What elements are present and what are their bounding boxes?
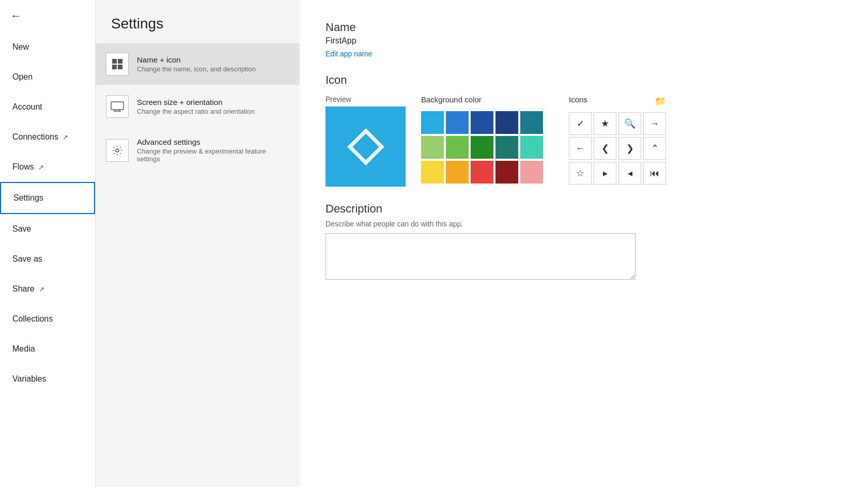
sidebar-item-save-as[interactable]: Save as [0, 244, 95, 274]
color-grid [421, 111, 543, 184]
svg-rect-3 [118, 65, 122, 69]
back-button[interactable]: ← [0, 0, 95, 32]
sidebar-item-label-open: Open [12, 72, 33, 82]
sidebar-item-open[interactable]: Open [0, 62, 95, 92]
icon-area: Preview Background color [326, 95, 842, 187]
bg-color-label: Background color [421, 95, 543, 104]
icon-cell-star-outline[interactable]: ☆ [569, 162, 592, 185]
color-swatch-11[interactable] [446, 161, 469, 184]
sidebar-item-share[interactable]: Share ↗ [0, 274, 95, 304]
icon-grid: ✓ ★ 🔍 → ← ❮ ❯ ⌃ ☆ ▸ ◂ ⏮ [569, 112, 666, 185]
icon-cell-next[interactable]: ▸ [594, 162, 616, 185]
sidebar-item-settings[interactable]: Settings [0, 182, 95, 214]
sidebar-item-label-media: Media [12, 344, 35, 354]
settings-menu-label-screen-size: Screen size + orientation [137, 98, 255, 106]
description-title: Description [326, 202, 842, 216]
svg-rect-1 [118, 59, 122, 64]
icon-cell-arrow-left2[interactable]: ← [569, 137, 592, 160]
sidebar-item-label-save: Save [12, 224, 31, 234]
app-icon-preview [326, 106, 406, 187]
sidebar-item-collections[interactable]: Collections [0, 304, 95, 334]
color-swatch-10[interactable] [421, 161, 444, 184]
sidebar-item-media[interactable]: Media [0, 334, 95, 364]
svg-rect-0 [112, 59, 117, 64]
icon-cell-star[interactable]: ★ [594, 112, 616, 135]
sidebar-item-label-variables: Variables [12, 374, 47, 384]
external-link-icon-connections: ↗ [63, 133, 68, 141]
settings-menu-icon-screen-size [106, 95, 129, 118]
settings-menu-icon-advanced [106, 139, 129, 162]
sidebar-item-label-share: Share [12, 284, 35, 294]
color-swatch-7[interactable] [471, 136, 493, 159]
diamond-icon [345, 126, 386, 168]
sidebar-item-new[interactable]: New [0, 32, 95, 62]
description-textarea[interactable] [326, 233, 636, 280]
settings-menu-icon-name-icon [106, 53, 129, 75]
icon-cell-check[interactable]: ✓ [569, 112, 592, 135]
icon-cell-search[interactable]: 🔍 [618, 112, 641, 135]
edit-app-name-link[interactable]: Edit app name [326, 50, 842, 58]
settings-menu-label-advanced: Advanced settings [137, 138, 289, 146]
sidebar-item-label-new: New [12, 42, 29, 52]
icons-label: Icons [569, 95, 587, 104]
sidebar-item-account[interactable]: Account [0, 92, 95, 122]
folder-icon[interactable]: 📁 [655, 96, 666, 107]
sidebar-item-connections[interactable]: Connections ↗ [0, 122, 95, 152]
settings-menu-item-screen-size[interactable]: Screen size + orientationChange the aspe… [96, 86, 300, 127]
color-swatch-14[interactable] [520, 161, 543, 184]
app-name-value: FirstApp [326, 36, 842, 45]
settings-menu-desc-screen-size: Change the aspect ratio and orientation [137, 108, 255, 115]
sidebar-item-flows[interactable]: Flows ↗ [0, 152, 95, 182]
external-link-icon-flows: ↗ [38, 163, 44, 171]
color-swatch-6[interactable] [446, 136, 469, 159]
color-swatch-0[interactable] [421, 111, 444, 134]
color-swatch-3[interactable] [495, 111, 518, 134]
settings-title: Settings [96, 16, 300, 42]
icons-header: Icons 📁 [569, 95, 666, 107]
detail-panel: Name FirstApp Edit app name Icon Preview [300, 0, 868, 487]
color-swatch-12[interactable] [471, 161, 493, 184]
settings-menu-item-advanced[interactable]: Advanced settingsChange the preview & ex… [96, 128, 300, 172]
back-arrow-icon: ← [10, 9, 22, 23]
settings-menu-label-name-icon: Name + icon [137, 55, 256, 64]
description-hint: Describe what people can do with this ap… [326, 220, 842, 228]
svg-point-8 [116, 149, 119, 152]
sidebar-item-variables[interactable]: Variables [0, 364, 95, 394]
sidebar: ← NewOpenAccountConnections ↗Flows ↗Sett… [0, 0, 96, 487]
main-content: Settings Name + iconChange the name, ico… [96, 0, 868, 487]
color-swatch-4[interactable] [520, 111, 543, 134]
color-swatch-13[interactable] [495, 161, 518, 184]
settings-menu-desc-advanced: Change the preview & experimental featur… [137, 147, 289, 163]
color-swatch-5[interactable] [421, 136, 444, 159]
icons-section: Icons 📁 ✓ ★ 🔍 → ← ❮ ❯ ⌃ ☆ ▸ ◂ ⏮ [569, 95, 666, 185]
icon-cell-arrow-right[interactable]: → [643, 112, 666, 135]
bg-color-section: Background color [421, 95, 543, 184]
preview-label: Preview [326, 95, 406, 103]
color-swatch-1[interactable] [446, 111, 469, 134]
color-swatch-8[interactable] [495, 136, 518, 159]
settings-menu-desc-name-icon: Change the name, icon, and description [137, 65, 256, 73]
settings-menu-text-advanced: Advanced settingsChange the preview & ex… [137, 138, 289, 163]
icon-cell-chevron-up[interactable]: ⌃ [643, 137, 666, 160]
settings-menu-item-name-icon[interactable]: Name + iconChange the name, icon, and de… [96, 43, 300, 85]
sidebar-item-label-account: Account [12, 102, 42, 112]
color-swatch-2[interactable] [471, 111, 493, 134]
icon-cell-prev[interactable]: ◂ [618, 162, 641, 185]
icon-section-title: Icon [326, 73, 842, 87]
color-swatch-9[interactable] [520, 136, 543, 159]
sidebar-item-label-flows: Flows [12, 162, 34, 172]
settings-menu-text-name-icon: Name + iconChange the name, icon, and de… [137, 55, 256, 73]
description-section: Description Describe what people can do … [326, 202, 842, 282]
settings-panel: Settings Name + iconChange the name, ico… [96, 0, 300, 487]
sidebar-item-label-save-as: Save as [12, 254, 42, 264]
sidebar-item-label-collections: Collections [12, 314, 53, 324]
svg-rect-2 [112, 65, 117, 69]
sidebar-item-save[interactable]: Save [0, 214, 95, 244]
icon-cell-skip-back[interactable]: ⏮ [643, 162, 666, 185]
svg-rect-4 [111, 102, 123, 110]
settings-menu-text-screen-size: Screen size + orientationChange the aspe… [137, 98, 255, 115]
icon-cell-chevron-right[interactable]: ❯ [618, 137, 641, 160]
icon-cell-chevron-left[interactable]: ❮ [594, 137, 616, 160]
name-section-title: Name [326, 21, 842, 34]
external-link-icon-share: ↗ [39, 285, 44, 293]
